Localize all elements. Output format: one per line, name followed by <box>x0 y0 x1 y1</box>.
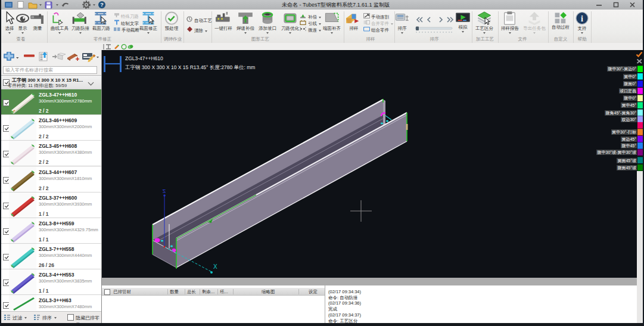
svg-text:X: X <box>213 263 217 270</box>
svg-text:i: i <box>581 14 583 23</box>
